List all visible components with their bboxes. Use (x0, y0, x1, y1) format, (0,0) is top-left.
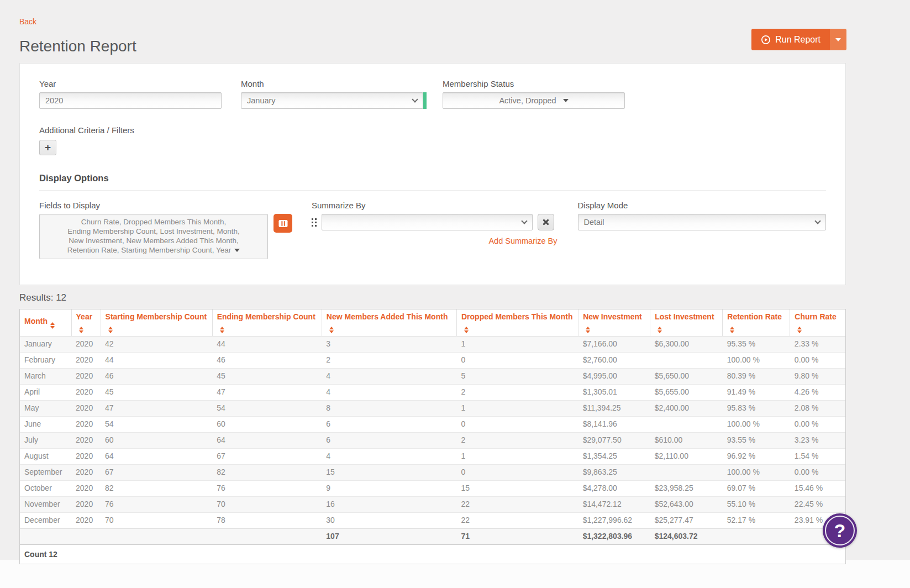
back-link[interactable]: Back (19, 17, 36, 26)
display-mode-select[interactable]: Detail (578, 214, 827, 230)
question-mark-icon: ? (834, 520, 846, 542)
cell-year: 2020 (71, 417, 101, 433)
cell-new-members-added-this-month: 3 (322, 337, 456, 353)
cell-dropped-members-this-month: 5 (456, 369, 578, 385)
retention-report-page: Back Retention Report Run Report Year Mo… (0, 0, 910, 588)
cell-lost-investment: $52,643.00 (650, 497, 723, 513)
cell-new-members-added-this-month: 6 (322, 433, 456, 449)
cell-lost-investment (650, 417, 723, 433)
cell-ending-membership-count: 54 (212, 401, 322, 417)
cell-year: 2020 (71, 369, 101, 385)
cell-year: 2020 (71, 433, 101, 449)
summarize-by-select[interactable] (322, 214, 533, 230)
total-ending-membership-count (212, 529, 322, 545)
column-label: Retention Rate (727, 312, 782, 321)
cell-year: 2020 (71, 465, 101, 481)
cell-retention-rate: 96.92 % (723, 449, 790, 465)
run-report-dropdown-button[interactable] (830, 29, 846, 50)
membership-status-field-group: Membership Status Active, Dropped (443, 79, 625, 109)
cell-starting-membership-count: 44 (101, 353, 212, 369)
cell-new-members-added-this-month: 4 (322, 369, 456, 385)
column-settings-button[interactable] (273, 214, 292, 233)
additional-criteria-label: Additional Criteria / Filters (39, 125, 826, 135)
sort-icon (797, 327, 802, 333)
cell-starting-membership-count: 46 (101, 369, 212, 385)
add-summarize-by-link[interactable]: Add Summarize By (312, 237, 559, 245)
membership-status-selected-value: Active, Dropped (499, 96, 556, 105)
cell-month: August (20, 449, 71, 465)
cell-lost-investment: $2,400.00 (650, 401, 723, 417)
cell-retention-rate: 80.39 % (723, 369, 790, 385)
cell-starting-membership-count: 64 (101, 449, 212, 465)
display-mode-group: Display Mode Detail (578, 201, 827, 230)
chevron-down-icon (835, 38, 841, 41)
fields-to-display-group: Fields to Display Churn Rate, Dropped Me… (39, 201, 292, 259)
column-label: Ending Membership Count (217, 312, 315, 321)
year-input[interactable] (39, 92, 222, 109)
column-header-lost-investment[interactable]: Lost Investment (650, 309, 723, 337)
drag-handle-icon[interactable] (312, 218, 317, 227)
column-header-month[interactable]: Month (20, 309, 71, 337)
sort-icon (657, 327, 662, 333)
cell-lost-investment (650, 465, 723, 481)
cell-new-members-added-this-month: 30 (322, 513, 456, 529)
sort-icon (329, 327, 334, 333)
column-label: Dropped Members This Month (461, 312, 572, 321)
cell-retention-rate: 69.07 % (723, 481, 790, 497)
cell-ending-membership-count: 60 (212, 417, 322, 433)
table-row: August2020646741$1,354.25$2,110.0096.92 … (20, 449, 845, 465)
cell-month: March (20, 369, 71, 385)
table-row: March2020464545$4,995.00$5,650.0080.39 %… (20, 369, 845, 385)
column-header-retention-rate[interactable]: Retention Rate (723, 309, 790, 337)
cell-new-investment: $14,472.12 (578, 497, 650, 513)
remove-summarize-button[interactable] (538, 214, 554, 230)
cell-month: November (20, 497, 71, 513)
add-filter-button[interactable]: + (39, 140, 56, 155)
column-header-ending-membership-count[interactable]: Ending Membership Count (212, 309, 322, 337)
column-header-churn-rate[interactable]: Churn Rate (790, 309, 845, 337)
help-button[interactable]: ? (823, 513, 857, 548)
count-footer: Count 12 (20, 545, 845, 564)
month-selected-value: January (247, 96, 276, 105)
cell-dropped-members-this-month: 2 (456, 433, 578, 449)
cell-year: 2020 (71, 353, 101, 369)
cell-lost-investment: $2,110.00 (650, 449, 723, 465)
column-label: Month (24, 317, 48, 326)
cell-churn-rate: 0.00 % (790, 353, 845, 369)
cell-retention-rate: 95.83 % (723, 401, 790, 417)
summarize-by-group: Summarize By Add Summarize By (312, 201, 559, 245)
cell-new-investment: $1,354.25 (578, 449, 650, 465)
criteria-row: Year Month January Membership Status Act… (39, 79, 826, 109)
column-header-new-members-added-this-month[interactable]: New Members Added This Month (322, 309, 456, 337)
chevron-down-icon (412, 96, 418, 102)
column-header-new-investment[interactable]: New Investment (578, 309, 650, 337)
membership-status-dropdown[interactable]: Active, Dropped (443, 92, 625, 109)
total-retention-rate (723, 529, 790, 545)
caret-down-icon (563, 99, 569, 102)
cell-ending-membership-count: 76 (212, 481, 322, 497)
cell-churn-rate: 0.00 % (790, 417, 845, 433)
sort-icon (50, 322, 55, 329)
run-report-button[interactable]: Run Report (751, 29, 830, 50)
membership-status-label: Membership Status (443, 79, 625, 88)
cell-month: April (20, 385, 71, 401)
cell-ending-membership-count: 47 (212, 385, 322, 401)
cell-dropped-members-this-month: 2 (456, 385, 578, 401)
cell-churn-rate: 15.46 % (790, 481, 845, 497)
display-options-row: Fields to Display Churn Rate, Dropped Me… (39, 201, 826, 259)
cell-lost-investment: $6,300.00 (650, 337, 723, 353)
total-dropped-members-this-month: 71 (456, 529, 578, 545)
cell-dropped-members-this-month: 1 (456, 401, 578, 417)
fields-to-display-multiselect[interactable]: Churn Rate, Dropped Members This Month, … (39, 214, 268, 259)
cell-new-members-added-this-month: 4 (322, 449, 456, 465)
month-select[interactable]: January (241, 92, 423, 109)
table-header-row: MonthYearStarting Membership CountEnding… (20, 309, 845, 337)
cell-year: 2020 (71, 337, 101, 353)
sort-icon (464, 327, 469, 333)
column-header-dropped-members-this-month[interactable]: Dropped Members This Month (456, 309, 578, 337)
cell-churn-rate: 2.08 % (790, 401, 845, 417)
column-header-starting-membership-count[interactable]: Starting Membership Count (101, 309, 212, 337)
cell-new-investment: $11,394.25 (578, 401, 650, 417)
results-table: MonthYearStarting Membership CountEnding… (20, 309, 845, 564)
column-header-year[interactable]: Year (71, 309, 101, 337)
